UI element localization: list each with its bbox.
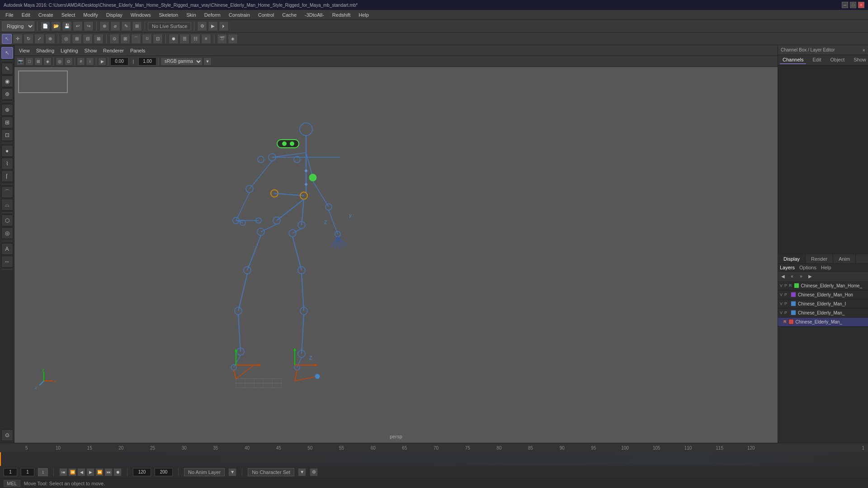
attribute-editor-button[interactable]: ☷ — [190, 34, 200, 44]
layers-sub-options[interactable]: Options — [799, 265, 816, 270]
vp-heads-up-button[interactable]: i — [86, 57, 94, 66]
range-end-input[interactable] — [155, 468, 173, 476]
pb-go-end[interactable]: ⏭ — [104, 468, 113, 476]
menu-cache[interactable]: Cache — [278, 11, 300, 19]
sculpt-button[interactable]: ◉ — [1, 75, 13, 87]
soft-mod-button[interactable]: ⊛ — [1, 88, 13, 100]
pb-step-back[interactable]: ⏪ — [68, 468, 76, 476]
frame-current-input[interactable] — [21, 468, 34, 476]
menu-3dtoall[interactable]: -3DtoAll- — [301, 11, 328, 19]
component-move-button[interactable]: ⊞ — [72, 34, 82, 44]
measure-button[interactable]: ↔ — [1, 256, 13, 267]
vp-gamma-dropdown[interactable]: sRGB gamma — [160, 57, 203, 66]
channel-editor-button[interactable]: ☰ — [179, 34, 189, 44]
quick-select-button[interactable]: ⊙ — [1, 429, 13, 441]
viewport-lighting-menu[interactable]: Lighting — [58, 47, 81, 54]
outliner-button[interactable]: ≡ — [201, 34, 211, 44]
menu-redshift[interactable]: Redshift — [329, 11, 354, 19]
layers-tab-render[interactable]: Render — [806, 254, 833, 263]
component-scale-button[interactable]: ⊠ — [94, 34, 104, 44]
history-button[interactable]: ⏺ — [169, 34, 179, 44]
menu-file[interactable]: File — [2, 11, 17, 19]
layers-next-btn[interactable]: ▶ — [806, 272, 814, 281]
char-set-extra[interactable]: ⚙ — [310, 468, 318, 476]
curve-button[interactable]: ⌒ — [1, 186, 13, 198]
menu-help[interactable]: Help — [355, 11, 373, 19]
snap-view-button[interactable]: ⊡ — [153, 34, 163, 44]
lasso-tool-button[interactable]: ⌀ — [110, 21, 120, 31]
universal-tool-button[interactable]: ⊕ — [45, 34, 55, 44]
snap-point-button[interactable]: ⊙ — [109, 34, 119, 44]
layers-sub-layers[interactable]: Layers — [780, 265, 795, 270]
layers-prev-btn[interactable]: ◀ — [779, 272, 787, 281]
pb-play-back[interactable]: ◀ — [77, 468, 85, 476]
ik-spline-button[interactable]: ⌈ — [1, 170, 13, 182]
snap-surface-button[interactable]: ⌑ — [142, 34, 152, 44]
snap-grid2-button[interactable]: ⊞ — [120, 34, 130, 44]
select-mode-button[interactable]: ↖ — [1, 47, 13, 59]
pb-go-start[interactable]: ⏮ — [59, 468, 67, 476]
snap-curve-button[interactable]: ⌒ — [131, 34, 141, 44]
select-tool-button[interactable]: ⊕ — [99, 21, 109, 31]
paint-button[interactable]: ✎ — [1, 63, 13, 75]
vp-wireframe-button[interactable]: ⊞ — [34, 57, 42, 66]
menu-windows[interactable]: Windows — [127, 11, 155, 19]
cluster-button[interactable]: ⊡ — [1, 129, 13, 141]
cb-tab-show[interactable]: Show — [851, 56, 868, 64]
layers-tab-anim[interactable]: Anim — [833, 254, 856, 263]
menu-edit[interactable]: Edit — [18, 11, 34, 19]
pb-step-fwd[interactable]: ⏩ — [95, 468, 104, 476]
layers-prev2-btn[interactable]: « — [788, 272, 796, 281]
vp-value2-input[interactable]: 1.00 — [138, 57, 156, 66]
vp-grid-button[interactable]: # — [77, 57, 85, 66]
vp-isolate-button[interactable]: ◎ — [56, 57, 64, 66]
create-nurbs-button[interactable]: ◎ — [1, 227, 13, 239]
anim-layer-options[interactable]: ▼ — [228, 468, 236, 476]
snap-grid-button[interactable]: ⊞ — [132, 21, 142, 31]
menu-modify[interactable]: Modify — [80, 11, 101, 19]
component-rotate-button[interactable]: ⊟ — [83, 34, 93, 44]
autokey-button[interactable]: 1 — [38, 468, 48, 476]
frame-end-input[interactable] — [133, 468, 151, 476]
menu-deform[interactable]: Deform — [201, 11, 224, 19]
select-arrow-button[interactable]: ↖ — [2, 34, 12, 44]
minimize-button[interactable]: ─ — [842, 2, 848, 8]
cb-tab-object[interactable]: Object — [827, 56, 847, 64]
redo-button[interactable]: ↪ — [84, 21, 94, 31]
layer-item-4[interactable]: V P Chinese_Elderly_Man_ — [778, 309, 868, 318]
render-settings-button[interactable]: ⚙ — [197, 21, 207, 31]
layers-sub-help[interactable]: Help — [821, 265, 831, 270]
vp-shaded-button[interactable]: ◈ — [43, 57, 52, 66]
ipr-button[interactable]: ⏵ — [219, 21, 229, 31]
cb-tab-edit[interactable]: Edit — [810, 56, 824, 64]
viewport-canvas[interactable]: Z y Z x y — [14, 67, 778, 443]
channel-box-close[interactable]: × — [863, 47, 865, 53]
render-view-button[interactable]: 🎬 — [217, 34, 227, 44]
save-scene-button[interactable]: 💾 — [62, 21, 72, 31]
open-scene-button[interactable]: 📂 — [51, 21, 61, 31]
joint-tool-button[interactable]: ● — [1, 145, 13, 157]
char-set-options[interactable]: ▼ — [298, 468, 306, 476]
vp-select-button[interactable]: □ — [25, 57, 33, 66]
show-manipulator-button[interactable]: ⊕ — [1, 104, 13, 116]
mode-dropdown[interactable]: Rigging — [2, 21, 34, 31]
vp-value1-input[interactable]: 0.00 — [110, 57, 128, 66]
ik-handle-button[interactable]: ⌇ — [1, 158, 13, 169]
layer-item-3[interactable]: V P Chinese_Elderly_Man_I — [778, 300, 868, 309]
vp-xray-button[interactable]: ⊙ — [65, 57, 73, 66]
menu-constrain[interactable]: Constrain — [225, 11, 254, 19]
cb-tab-channels[interactable]: Channels — [780, 56, 806, 64]
scale-tool-button[interactable]: ⤢ — [34, 34, 44, 44]
viewport-view-menu[interactable]: View — [16, 47, 33, 54]
layer-item-5[interactable]: R Chinese_Elderly_Man_ — [778, 318, 868, 327]
layers-next2-btn[interactable]: » — [797, 272, 805, 281]
hypershade-button[interactable]: ◈ — [228, 34, 238, 44]
vp-render-btn[interactable]: ▶ — [98, 57, 106, 66]
viewport-show-menu[interactable]: Show — [82, 47, 100, 54]
vp-gamma-options[interactable]: ▼ — [203, 57, 212, 66]
viewport-panels-menu[interactable]: Panels — [127, 47, 148, 54]
pb-record[interactable]: ⏺ — [113, 468, 122, 476]
soft-select-button[interactable]: ◎ — [61, 34, 71, 44]
layers-tab-display[interactable]: Display — [778, 254, 806, 263]
maximize-button[interactable]: □ — [850, 2, 856, 8]
